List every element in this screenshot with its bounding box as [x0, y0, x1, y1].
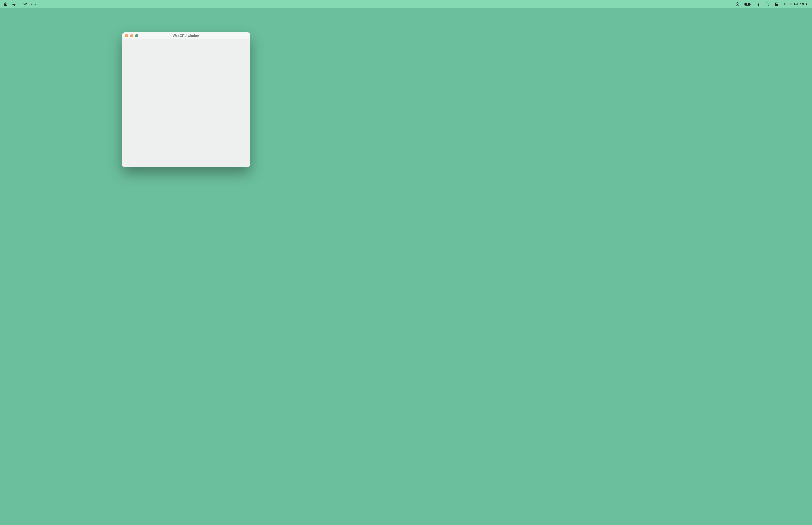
- menubar-app-name[interactable]: app: [12, 2, 18, 6]
- app-window: WebGPU window: [122, 32, 250, 167]
- window-zoom-button[interactable]: [135, 34, 138, 38]
- menubar-left: app Window: [3, 2, 36, 6]
- window-close-button[interactable]: [125, 34, 128, 38]
- svg-point-8: [777, 5, 777, 5]
- wifi-icon[interactable]: [756, 2, 761, 6]
- svg-point-3: [766, 3, 768, 5]
- menubar-time: 10:04: [800, 2, 809, 6]
- menubar-right: Thu 6 Jul 10:04: [735, 2, 809, 6]
- window-titlebar[interactable]: WebGPU window: [122, 32, 250, 39]
- battery-charging-icon[interactable]: [745, 2, 751, 6]
- menubar-date: Thu 6 Jul: [783, 2, 798, 6]
- window-traffic-lights: [125, 34, 138, 38]
- media-playing-icon[interactable]: [735, 2, 739, 6]
- window-title: WebGPU window: [173, 34, 199, 38]
- svg-line-4: [768, 5, 769, 6]
- menubar-item-window[interactable]: Window: [23, 2, 36, 6]
- spotlight-search-icon[interactable]: [765, 2, 769, 6]
- desktop-background: app Window Thu 6 Jul 10:04: [0, 0, 812, 525]
- apple-menu-icon[interactable]: [3, 2, 7, 6]
- window-content-area: [122, 39, 250, 167]
- window-minimize-button[interactable]: [130, 34, 133, 38]
- menubar-datetime[interactable]: Thu 6 Jul 10:04: [783, 2, 809, 6]
- svg-point-6: [775, 3, 776, 4]
- svg-rect-2: [750, 4, 751, 5]
- system-menubar: app Window Thu 6 Jul 10:04: [0, 0, 812, 9]
- control-center-icon[interactable]: [774, 2, 778, 6]
